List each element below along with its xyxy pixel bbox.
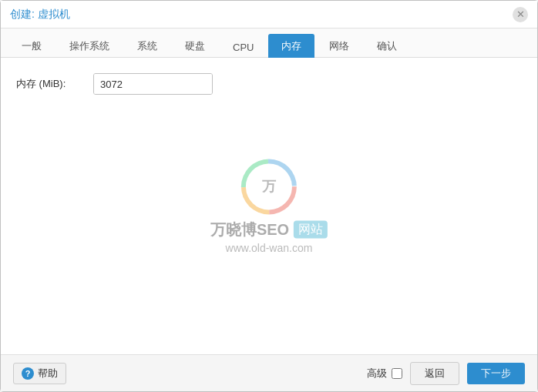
advanced-label: 高级 bbox=[367, 367, 387, 380]
tab-general[interactable]: 一般 bbox=[8, 34, 55, 58]
svg-text:万: 万 bbox=[261, 178, 277, 193]
help-label: 帮助 bbox=[38, 367, 58, 380]
help-icon: ? bbox=[22, 367, 34, 380]
memory-input[interactable]: 3072 bbox=[94, 74, 213, 94]
svg-point-0 bbox=[243, 160, 295, 213]
content-area: 内存 (MiB): 3072 ▲ ▼ bbox=[1, 58, 537, 354]
memory-label: 内存 (MiB): bbox=[16, 77, 93, 91]
help-button[interactable]: ? 帮助 bbox=[13, 363, 66, 384]
bottom-bar: ? 帮助 高级 返回 下一步 bbox=[1, 354, 537, 391]
svg-point-4 bbox=[251, 168, 287, 205]
watermark-url: www.old-wan.com bbox=[226, 241, 313, 253]
watermark: 万 万晓博SEO 网站 www.old-wan.com bbox=[210, 159, 328, 253]
advanced-checkbox[interactable] bbox=[392, 368, 402, 379]
memory-row: 内存 (MiB): 3072 ▲ ▼ bbox=[16, 73, 522, 95]
watermark-badge: 网站 bbox=[294, 220, 328, 238]
watermark-logo: 万 bbox=[241, 159, 297, 214]
main-window: 创建: 虚拟机 ✕ 一般 操作系统 系统 硬盘 CPU 内存 网络 确认 内存 … bbox=[0, 0, 538, 392]
close-icon: ✕ bbox=[516, 9, 525, 19]
next-button[interactable]: 下一步 bbox=[467, 363, 525, 384]
tab-confirm[interactable]: 确认 bbox=[364, 34, 410, 58]
close-button[interactable]: ✕ bbox=[513, 7, 528, 22]
tab-cpu[interactable]: CPU bbox=[220, 36, 267, 58]
watermark-text-row: 万晓博SEO 网站 bbox=[210, 219, 328, 240]
svg-point-2 bbox=[243, 160, 295, 213]
svg-point-3 bbox=[243, 160, 295, 213]
advanced-row: 高级 bbox=[367, 367, 402, 380]
tab-system[interactable]: 系统 bbox=[124, 34, 170, 58]
window-title: 创建: 虚拟机 bbox=[10, 8, 70, 22]
right-controls: 高级 返回 下一步 bbox=[367, 362, 525, 385]
tab-network[interactable]: 网络 bbox=[316, 34, 362, 58]
memory-spinner: 3072 ▲ ▼ bbox=[93, 73, 213, 95]
tab-memory[interactable]: 内存 bbox=[268, 34, 314, 58]
watermark-main-text: 万晓博SEO bbox=[210, 219, 289, 240]
tab-os[interactable]: 操作系统 bbox=[56, 34, 123, 58]
title-bar: 创建: 虚拟机 ✕ bbox=[1, 1, 537, 28]
tab-bar: 一般 操作系统 系统 硬盘 CPU 内存 网络 确认 bbox=[1, 28, 537, 58]
tab-disk[interactable]: 硬盘 bbox=[172, 34, 218, 58]
back-button[interactable]: 返回 bbox=[410, 362, 459, 385]
svg-point-1 bbox=[243, 160, 295, 213]
